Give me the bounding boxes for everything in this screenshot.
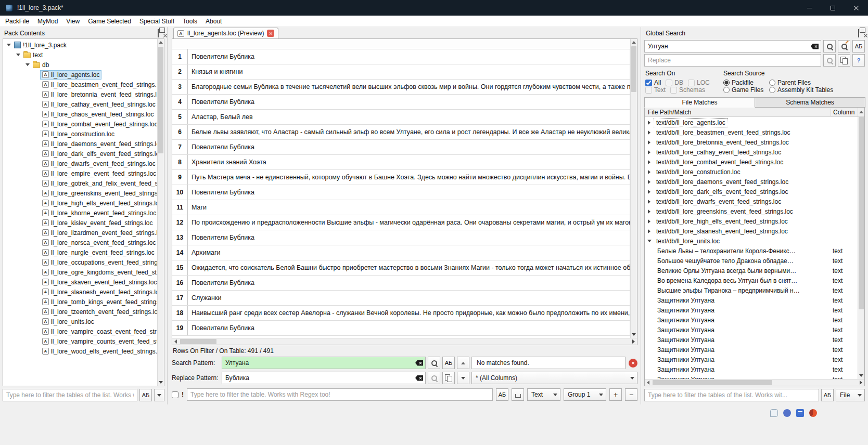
scroll-right-icon[interactable] — [858, 379, 864, 386]
checkbox-input-db[interactable] — [666, 80, 672, 86]
match-file-row[interactable]: text/db/ll_lore_cathay_event_feed_string… — [645, 147, 858, 157]
table-cell-text[interactable]: Повелители Бублика — [188, 230, 630, 245]
match-file-row[interactable]: text/db/ll_lore_dark_elfs_event_feed_str… — [645, 187, 858, 197]
table-cell-text[interactable]: Повелители Бублика — [188, 95, 630, 109]
tree-item-file[interactable]: All_lore_high_elfs_event_feed_strings.lo… — [3, 198, 157, 208]
table-cell-text[interactable]: Белые львы заявляют, что Аластар - самый… — [188, 125, 630, 139]
menu-special-stuff[interactable]: Special Stuff — [135, 16, 178, 27]
menu-view[interactable]: View — [62, 16, 84, 27]
match-text-row[interactable]: Защитники Ултуанаtext — [645, 345, 858, 355]
tree-item-file[interactable]: All_lore_khorne_event_feed_strings.loc — [3, 208, 157, 218]
scrollbar-thumb[interactable] — [180, 339, 216, 344]
checkbox-input-loc[interactable] — [688, 80, 695, 86]
tree-item-file[interactable]: All_lore_greenskins_event_feed_strings.l… — [3, 188, 157, 198]
pack-filter-case-button[interactable]: АБ — [139, 389, 152, 401]
global-filter-input[interactable] — [644, 389, 819, 401]
undock-icon[interactable] — [858, 30, 859, 37]
match-file-row[interactable]: text/db/ll_lore_beastmen_event_feed_stri… — [645, 127, 858, 137]
global-search-help-button[interactable]: ? — [852, 54, 865, 67]
patreon-icon[interactable] — [809, 409, 817, 417]
maximize-button[interactable] — [821, 0, 845, 16]
table-search-input[interactable] — [222, 357, 426, 369]
global-replace-all-button[interactable] — [838, 54, 850, 67]
match-text-row[interactable]: Защитники Ултуанаtext — [645, 295, 858, 305]
tree-item-file[interactable]: All_lore_vampire_coast_event_feed_string… — [3, 326, 157, 336]
scroll-left-icon[interactable] — [645, 379, 652, 386]
radio-parent-files[interactable]: Parent Files — [769, 79, 811, 86]
tree-item-folder-db[interactable]: db — [3, 60, 157, 70]
menu-tools[interactable]: Tools — [178, 16, 201, 27]
table-cell-text[interactable]: Повелители Бублика — [188, 185, 630, 200]
match-file-row[interactable]: text/db/ll_lore_combat_event_feed_string… — [645, 157, 858, 167]
scroll-up-icon[interactable] — [158, 39, 164, 46]
tree-item-file[interactable]: All_lore_nurgle_event_feed_strings.loc — [3, 247, 157, 257]
table-cell-text[interactable]: Ожидается, что соискатель Белой Башни бы… — [188, 260, 630, 275]
column-header-path[interactable]: File Path/Match — [645, 109, 831, 116]
chevron-right-icon[interactable] — [645, 180, 654, 184]
tree-item-file[interactable]: All_lore_tomb_kings_event_feed_strings.l… — [3, 297, 157, 307]
match-text-row[interactable]: Великие Орлы Ултуана всегда были верными… — [645, 266, 858, 276]
chevron-right-icon[interactable] — [645, 160, 654, 164]
chevron-right-icon[interactable] — [645, 170, 654, 174]
remove-filter-button[interactable]: − — [625, 388, 637, 401]
checkbox-text[interactable]: Text — [645, 86, 666, 94]
menu-about[interactable]: About — [201, 16, 226, 27]
column-header-column[interactable]: Column — [831, 109, 858, 116]
chevron-right-icon[interactable] — [645, 229, 654, 233]
tree-item-file[interactable]: All_lore_slaanesh_event_feed_strings.loc — [3, 287, 157, 297]
radio-input-packfile[interactable] — [723, 80, 730, 86]
match-text-row[interactable]: Защитники Ултуанаtext — [645, 374, 858, 379]
menu-mymod[interactable]: MyMod — [33, 16, 62, 27]
scroll-right-icon[interactable] — [630, 338, 637, 345]
table-search-button[interactable] — [428, 357, 440, 369]
radio-game-files[interactable]: Game Files — [723, 86, 767, 94]
chevron-right-icon[interactable] — [645, 210, 654, 214]
tree-item-file[interactable]: All_lore_vampire_counts_event_feed_strin… — [3, 336, 157, 346]
table-cell-text[interactable]: Наивысший ранг среди всех сестер Авелорн… — [188, 306, 630, 320]
table-cell-text[interactable]: По происхождению и предрасположенности В… — [188, 215, 630, 230]
checkbox-loc[interactable]: LOC — [688, 79, 710, 86]
radio-input-game-files[interactable] — [723, 87, 730, 93]
loc-table-hscrollbar[interactable] — [172, 338, 637, 345]
checkbox-input-schemas[interactable] — [670, 87, 677, 94]
add-filter-button[interactable]: + — [609, 388, 622, 401]
tree-item-file[interactable]: All_lore_kislev_event_feed_strings.loc — [3, 218, 157, 228]
menu-game-selected[interactable]: Game Selected — [84, 16, 135, 27]
scroll-down-icon[interactable] — [631, 331, 637, 338]
tree-item-file[interactable]: All_lore_beastmen_event_feed_strings.loc — [3, 80, 157, 89]
pack-tree-scrollbar[interactable] — [157, 39, 164, 386]
table-cell-text[interactable]: Архимаги — [188, 245, 630, 260]
match-file-row[interactable]: text/db/ll_lore_slaanesh_event_feed_stri… — [645, 226, 858, 236]
chevron-right-icon[interactable] — [645, 200, 654, 204]
chevron-down-icon[interactable] — [5, 44, 12, 46]
radio-assembly-kit-tables[interactable]: Assembly Kit Tables — [769, 86, 833, 94]
table-cell-text[interactable]: Благородные семьи Бублика в течение тыся… — [188, 80, 630, 94]
tree-item-file[interactable]: All_lore_chaos_event_feed_strings.loc — [3, 109, 157, 119]
filter-variant-button[interactable] — [512, 388, 524, 401]
table-filter-input[interactable] — [187, 388, 493, 401]
match-text-row[interactable]: Защитники Ултуанаtext — [645, 335, 858, 345]
chevron-right-icon[interactable] — [645, 130, 654, 135]
matches-scrollbar[interactable] — [858, 117, 864, 379]
match-file-row[interactable]: text/db/ll_lore_units.loc — [645, 236, 858, 246]
chevron-right-icon[interactable] — [645, 121, 654, 125]
filter-case-button[interactable]: АБ — [496, 388, 508, 401]
manual-icon[interactable] — [796, 409, 804, 417]
table-search-case-button[interactable]: АБ — [442, 357, 455, 369]
tree-item-file[interactable]: All_lore_units.loc — [3, 317, 157, 326]
checkbox-input-all[interactable] — [645, 80, 652, 86]
global-search-options-button[interactable] — [838, 40, 850, 53]
checkbox-db[interactable]: DB — [666, 79, 683, 86]
scroll-down-icon[interactable] — [858, 372, 865, 379]
table-cell-text[interactable]: Повелители Бублика — [188, 321, 630, 335]
undock-icon[interactable] — [158, 30, 159, 37]
tree-item-file[interactable]: All_lore_norsca_event_feed_strings.loc — [3, 238, 157, 247]
scrollbar-thumb[interactable] — [653, 380, 772, 385]
tab-close-button[interactable] — [267, 30, 274, 37]
pack-filter-expand-button[interactable] — [154, 389, 164, 401]
filter-type-dropdown[interactable]: Text — [527, 388, 560, 401]
tree-item-file[interactable]: All_lore_dwarfs_event_feed_strings.loc — [3, 159, 157, 168]
scrollbar-thumb[interactable] — [859, 117, 864, 309]
search-next-button[interactable] — [457, 372, 469, 384]
tree-item-file[interactable]: All_lore_agents.loc — [3, 70, 157, 80]
